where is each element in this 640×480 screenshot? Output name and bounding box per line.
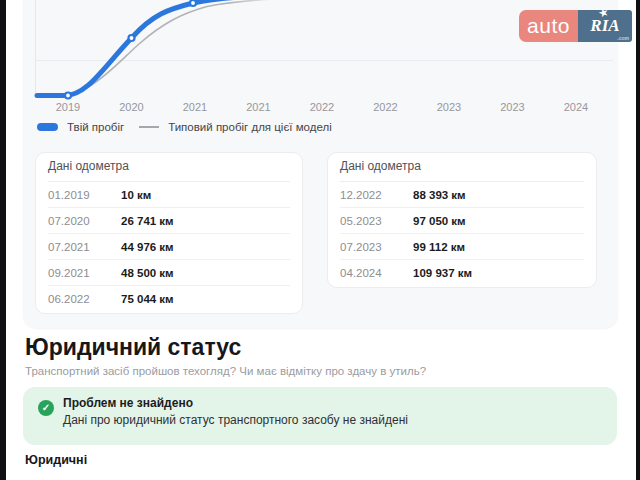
legal-status-subtitle: Транспортний засіб пройшов техогляд? Чи … <box>25 365 426 377</box>
legend-label-your-mileage: Твій пробіг <box>67 121 124 133</box>
x-axis-ticks: 2019 2020 2021 2021 2022 2022 2023 2023 … <box>35 101 613 114</box>
table-row: 05.2023 97 050 км <box>340 208 584 234</box>
x-tick: 2022 <box>294 101 350 113</box>
odometer-value: 99 112 км <box>413 240 465 254</box>
table-row: 07.2020 26 741 км <box>48 208 290 234</box>
x-tick: 2022 <box>358 101 414 113</box>
legal-group-label: Юридичні <box>25 453 87 467</box>
odometer-value: 44 976 км <box>121 240 174 254</box>
table-row: 09.2021 48 500 км <box>48 260 290 286</box>
typical-mileage-swatch <box>139 126 159 128</box>
odometer-value: 109 937 км <box>413 266 472 280</box>
chart-legend: Твій пробіг Типовий пробіг для цієї моде… <box>37 121 332 133</box>
odometer-date: 09.2021 <box>48 266 121 280</box>
odometer-value: 48 500 км <box>121 266 174 280</box>
data-point-2021 <box>190 0 196 6</box>
odometer-date: 06.2022 <box>48 292 121 306</box>
x-tick: 2021 <box>167 101 223 113</box>
odometer-value: 75 044 км <box>121 292 174 306</box>
logo-ria-text: RIA <box>590 16 619 36</box>
table-row: 07.2023 99 112 км <box>340 234 584 260</box>
table-row: 06.2022 75 044 км <box>48 286 290 311</box>
odometer-date: 12.2022 <box>340 188 413 202</box>
odometer-value: 26 741 км <box>121 214 174 228</box>
table-row: 04.2024 109 937 км <box>340 260 584 285</box>
screen-edge-right <box>636 0 640 480</box>
table-row: 12.2022 88 393 км <box>340 182 584 208</box>
odometer-table-title: Дані одометра <box>340 159 584 182</box>
odometer-table-2: Дані одометра 12.2022 88 393 км 05.2023 … <box>327 152 597 288</box>
logo-auto-block: auto <box>519 10 578 42</box>
legal-status-title: Юридичний статус <box>25 334 241 361</box>
x-tick: 2019 <box>40 101 96 113</box>
logo-ria-block: RIA ★ .com <box>578 10 632 42</box>
alert-text: Дані про юридичний статус транспортного … <box>63 413 408 427</box>
vehicle-history-report: 2019 2020 2021 2021 2022 2022 2023 2023 … <box>0 0 640 480</box>
x-tick: 2023 <box>421 101 477 113</box>
screen-edge-left <box>0 0 6 480</box>
odometer-date: 05.2023 <box>340 214 413 228</box>
legend-label-typical-mileage: Типовий пробіг для цієї моделі <box>168 121 332 133</box>
odometer-date: 01.2019 <box>48 188 121 202</box>
odometer-date: 07.2020 <box>48 214 121 228</box>
x-tick: 2024 <box>548 101 604 113</box>
mileage-section: 2019 2020 2021 2021 2022 2022 2023 2023 … <box>23 0 618 328</box>
odometer-value: 10 км <box>121 188 151 202</box>
x-tick: 2021 <box>231 101 287 113</box>
alert-title: Проблем не знайдено <box>63 396 193 410</box>
x-tick: 2020 <box>104 101 160 113</box>
no-problems-alert: ✓ Проблем не знайдено Дані про юридичний… <box>23 387 617 445</box>
your-mileage-swatch <box>37 123 58 131</box>
autoria-logo[interactable]: auto RIA ★ .com <box>519 10 632 42</box>
x-tick: 2023 <box>485 101 541 113</box>
odometer-table-title: Дані одометра <box>48 159 290 182</box>
odometer-date: 07.2023 <box>340 240 413 254</box>
your-mileage-line <box>37 0 261 96</box>
data-point-2019 <box>65 93 71 99</box>
odometer-date: 04.2024 <box>340 266 413 280</box>
odometer-value: 97 050 км <box>413 214 466 228</box>
data-point-2020 <box>129 35 135 41</box>
table-row: 01.2019 10 км <box>48 182 290 208</box>
odometer-value: 88 393 км <box>413 188 466 202</box>
odometer-date: 07.2021 <box>48 240 121 254</box>
check-circle-icon: ✓ <box>38 400 54 416</box>
table-row: 07.2021 44 976 км <box>48 234 290 260</box>
odometer-table-1: Дані одометра 01.2019 10 км 07.2020 26 7… <box>35 152 303 314</box>
logo-tld: .com <box>617 35 629 41</box>
